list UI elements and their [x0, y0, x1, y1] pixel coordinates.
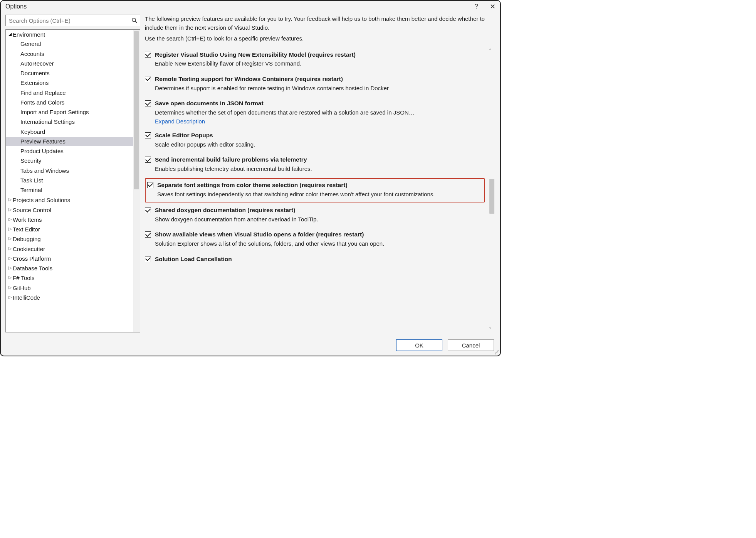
tree-node-documents[interactable]: Documents: [6, 69, 140, 78]
tree-node-database-tools[interactable]: ▷Database Tools: [6, 264, 140, 273]
intro-line-1: The following preview features are avail…: [145, 15, 486, 32]
tree-node-text-editor[interactable]: ▷Text Editor: [6, 225, 140, 234]
tree-node-international-settings[interactable]: International Settings: [6, 117, 140, 126]
tree-node-source-control[interactable]: ▷Source Control: [6, 206, 140, 214]
tree-node-import-and-export-settings[interactable]: Import and Export Settings: [6, 108, 140, 116]
tree-scroll-thumb[interactable]: [134, 31, 139, 189]
tree-label: Find and Replace: [20, 88, 66, 97]
feature-checkbox[interactable]: [145, 256, 151, 262]
tree-label: F# Tools: [13, 273, 34, 282]
close-icon[interactable]: ✕: [490, 2, 496, 11]
feature-description: Determines whether the set of open docum…: [155, 108, 485, 117]
tree-node-find-and-replace[interactable]: Find and Replace: [6, 88, 140, 97]
tree-node-fonts-and-colors[interactable]: Fonts and Colors: [6, 98, 140, 107]
tree-node-debugging[interactable]: ▷Debugging: [6, 234, 140, 243]
feature-title: Show available views when Visual Studio …: [155, 231, 485, 239]
tree-label: Cookiecutter: [13, 245, 45, 253]
feature-sln-cancel: Solution Load Cancellation: [145, 252, 485, 267]
features-scrollbar[interactable]: ˄ ˅: [488, 48, 496, 333]
feature-checkbox[interactable]: [145, 207, 151, 213]
feature-register-vs: Register Visual Studio Using New Extensi…: [145, 48, 485, 72]
expand-description-link[interactable]: Expand Description: [155, 118, 205, 125]
feature-title: Send incremental build failure problems …: [155, 156, 485, 164]
feature-title: Remote Testing support for Windows Conta…: [155, 75, 485, 83]
feature-checkbox[interactable]: [145, 52, 151, 58]
tree-node-general[interactable]: General: [6, 39, 140, 48]
feature-title: Shared doxygen documentation (requires r…: [155, 206, 485, 214]
feature-remote-testing: Remote Testing support for Windows Conta…: [145, 72, 485, 96]
tree-node-keyboard[interactable]: Keyboard: [6, 127, 140, 136]
help-icon[interactable]: ?: [475, 3, 478, 10]
feature-telemetry: Send incremental build failure problems …: [145, 153, 485, 177]
tree-label: Accounts: [20, 49, 44, 58]
tree-label: Projects and Solutions: [13, 196, 70, 204]
tree-label: GitHub: [13, 283, 31, 292]
tree-scrollbar[interactable]: [133, 30, 140, 332]
feature-checkbox[interactable]: [145, 231, 151, 238]
tree-node-tabs-and-windows[interactable]: Tabs and Windows: [6, 166, 140, 175]
feature-title: Separate font settings from color theme …: [157, 181, 482, 189]
feature-scale-popups: Scale Editor PopupsScale editor popups w…: [145, 128, 485, 153]
features-scroll-thumb[interactable]: [489, 179, 494, 214]
tree-node-f-tools[interactable]: ▷F# Tools: [6, 273, 140, 282]
search-box[interactable]: [5, 15, 140, 26]
scroll-down-icon[interactable]: ˅: [489, 327, 492, 332]
tree-node-environment[interactable]: ◢Environment: [6, 30, 140, 39]
feature-checkbox[interactable]: [145, 100, 151, 106]
tree-label: Documents: [20, 69, 50, 78]
resize-grip-icon[interactable]: [494, 350, 499, 354]
chevron-right-icon: ▷: [7, 216, 13, 223]
feature-checkbox[interactable]: [147, 182, 153, 188]
tree-node-preview-features[interactable]: Preview Features: [6, 137, 140, 146]
tree-node-work-items[interactable]: ▷Work Items: [6, 215, 140, 224]
tree-node-task-list[interactable]: Task List: [6, 176, 140, 185]
feature-description: Determines if support is enabled for rem…: [155, 84, 485, 93]
feature-description: Saves font settings independently so tha…: [157, 190, 482, 199]
tree-node-accounts[interactable]: Accounts: [6, 49, 140, 58]
tree-node-security[interactable]: Security: [6, 156, 140, 165]
tree-label: Fonts and Colors: [20, 98, 64, 107]
tree-node-terminal[interactable]: Terminal: [6, 186, 140, 194]
feature-checkbox[interactable]: [145, 132, 151, 138]
chevron-right-icon: ▷: [7, 255, 13, 261]
tree-node-github[interactable]: ▷GitHub: [6, 283, 140, 292]
tree-label: Database Tools: [13, 264, 52, 273]
tree-label: Debugging: [13, 234, 41, 243]
tree-label: Keyboard: [20, 127, 45, 136]
tree-node-intellicode[interactable]: ▷IntelliCode: [6, 293, 140, 302]
scroll-up-icon[interactable]: ˄: [489, 48, 492, 54]
tree-label: AutoRecover: [20, 59, 54, 68]
tree-node-extensions[interactable]: Extensions: [6, 78, 140, 87]
tree-label: Terminal: [20, 186, 42, 194]
options-dialog: Options ? ✕ ◢EnvironmentGen: [0, 0, 501, 356]
tree-label: Tabs and Windows: [20, 166, 69, 175]
intro-text: The following preview features are avail…: [145, 15, 486, 46]
tree-node-autorecover[interactable]: AutoRecover: [6, 59, 140, 68]
feature-save-json: Save open documents in JSON formatDeterm…: [145, 96, 485, 128]
svg-point-0: [132, 18, 136, 22]
ok-button[interactable]: OK: [396, 339, 442, 351]
tree-label: Security: [20, 156, 41, 165]
chevron-right-icon: ▷: [7, 235, 13, 242]
tree-label: International Settings: [20, 117, 75, 126]
tree-label: Environment: [13, 30, 45, 39]
tree-node-product-updates[interactable]: Product Updates: [6, 147, 140, 155]
feature-checkbox[interactable]: [145, 76, 151, 82]
tree-node-cross-platform[interactable]: ▷Cross Platform: [6, 254, 140, 263]
search-input[interactable]: [8, 17, 131, 24]
tree-label: Work Items: [13, 215, 42, 224]
search-icon: [131, 17, 138, 24]
tree-node-projects-and-solutions[interactable]: ▷Projects and Solutions: [6, 196, 140, 204]
chevron-right-icon: ▷: [7, 294, 13, 300]
chevron-right-icon: ▷: [7, 196, 13, 203]
chevron-right-icon: ▷: [7, 274, 13, 281]
cancel-button[interactable]: Cancel: [448, 339, 494, 351]
tree-label: Import and Export Settings: [20, 108, 89, 116]
feature-checkbox[interactable]: [145, 157, 151, 163]
feature-description: Enable New Extensibility flavor of Regis…: [155, 59, 485, 68]
feature-font-separate: Separate font settings from color theme …: [145, 178, 485, 202]
tree-node-cookiecutter[interactable]: ▷Cookiecutter: [6, 245, 140, 253]
chevron-right-icon: ▷: [7, 265, 13, 271]
chevron-right-icon: ▷: [7, 284, 13, 291]
tree-label: Task List: [20, 176, 43, 185]
